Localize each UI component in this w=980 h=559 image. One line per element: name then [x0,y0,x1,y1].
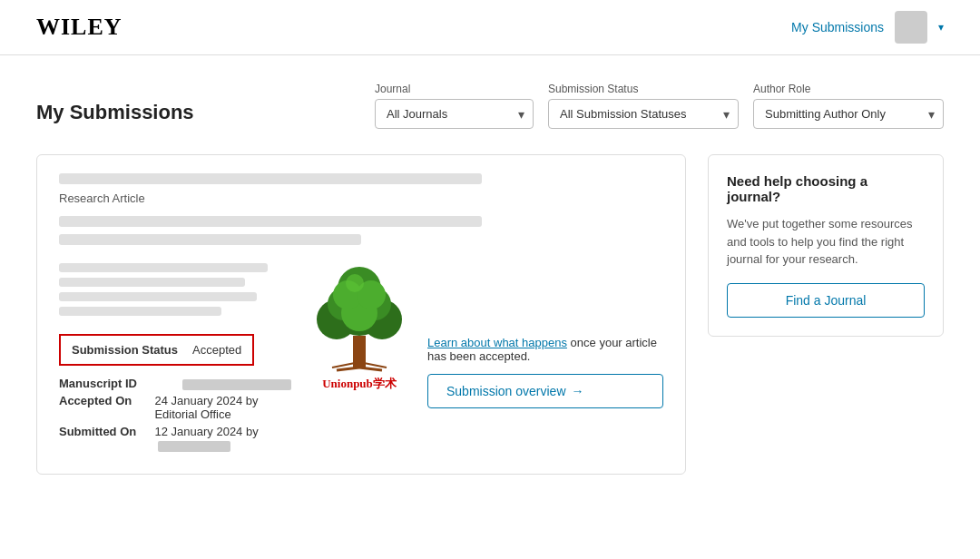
accepted-on-label: Accepted On [59,394,140,421]
journal-filter-group: Journal All Journals [375,83,534,129]
top-bar: My Submissions Journal All Journals Subm… [36,83,944,129]
submission-status-filter-select[interactable]: All Submission Statuses [548,99,739,129]
user-menu-chevron-icon[interactable]: ▾ [938,21,944,34]
author-role-filter-wrapper: Submitting Author Only [753,99,944,129]
tree-icon [309,263,409,372]
header: WILEY My Submissions ▾ [0,0,980,55]
main-content: My Submissions Journal All Journals Subm… [0,55,980,502]
arrow-right-icon: → [572,384,584,398]
blurred-line-3 [59,234,361,245]
blurred-text-3 [59,292,257,301]
article-type: Research Article [59,191,663,205]
blurred-line-2 [59,216,482,227]
learn-link-text: Learn about what happens once your artic… [427,336,663,363]
svg-line-1 [337,368,359,370]
tree-watermark-area: Unionpub学术 [309,263,409,392]
manuscript-id-row: Manuscript ID [59,377,291,390]
accepted-on-value: 24 January 2024 by Editorial Office [154,394,291,421]
title-blurred-area: Research Article [59,173,663,245]
user-avatar [895,11,927,44]
blurred-line-1 [59,173,482,184]
svg-line-4 [364,363,387,368]
status-value: Accepted [192,343,241,357]
status-row: Submission Status Accepted [59,334,254,366]
manuscript-id-blurred [182,379,291,390]
sidebar: Need help choosing a journal? We've put … [708,154,944,337]
sidebar-title: Need help choosing a journal? [727,173,925,204]
blurred-text-2 [59,278,245,287]
status-label: Submission Status [72,343,178,357]
submitted-by-blurred [158,441,230,452]
blurred-text-1 [59,263,268,272]
submission-status-filter-wrapper: All Submission Statuses [548,99,739,129]
accepted-on-row: Accepted On 24 January 2024 by Editorial… [59,394,291,421]
card-actions: Learn about what happens once your artic… [427,263,663,408]
svg-point-14 [346,274,364,292]
author-role-filter-group: Author Role Submitting Author Only [753,83,944,129]
author-role-filter-label: Author Role [753,83,944,95]
submission-card: Research Article Submission Status [36,154,686,475]
submission-status-filter-group: Submission Status All Submission Statuse… [548,83,739,129]
blurred-text-4 [59,307,221,316]
journal-filter-select[interactable]: All Journals [375,99,534,129]
journal-filter-wrapper: All Journals [375,99,534,129]
watermark-text: Unionpub学术 [322,376,397,392]
submitted-on-label: Submitted On [59,425,140,452]
filters-bar: Journal All Journals Submission Status A… [375,83,944,129]
submission-overview-button[interactable]: Submission overview → [427,374,663,408]
wiley-logo: WILEY [36,14,122,41]
page-title: My Submissions [36,101,194,124]
manuscript-id-value [182,377,291,390]
svg-rect-0 [353,336,366,368]
submission-status-filter-label: Submission Status [548,83,739,95]
info-table: Manuscript ID Accepted On 24 January 202… [59,377,291,452]
overview-btn-label: Submission overview [446,384,566,398]
sidebar-description: We've put together some resources and to… [727,215,925,269]
journal-filter-label: Journal [375,83,534,95]
author-role-filter-select[interactable]: Submitting Author Only [753,99,944,129]
svg-line-3 [332,363,355,368]
svg-line-2 [359,368,382,370]
manuscript-id-label: Manuscript ID [59,377,168,390]
learn-about-link[interactable]: Learn about what happens [427,336,567,349]
submitted-on-row: Submitted On 12 January 2024 by [59,425,291,452]
my-submissions-nav-link[interactable]: My Submissions [791,20,884,34]
content-area: Research Article Submission Status [36,154,944,475]
header-right: My Submissions ▾ [791,11,944,44]
find-journal-button[interactable]: Find a Journal [727,283,925,318]
submitted-on-value: 12 January 2024 by [154,425,291,452]
status-section: Submission Status Accepted Manuscript ID [59,334,291,452]
